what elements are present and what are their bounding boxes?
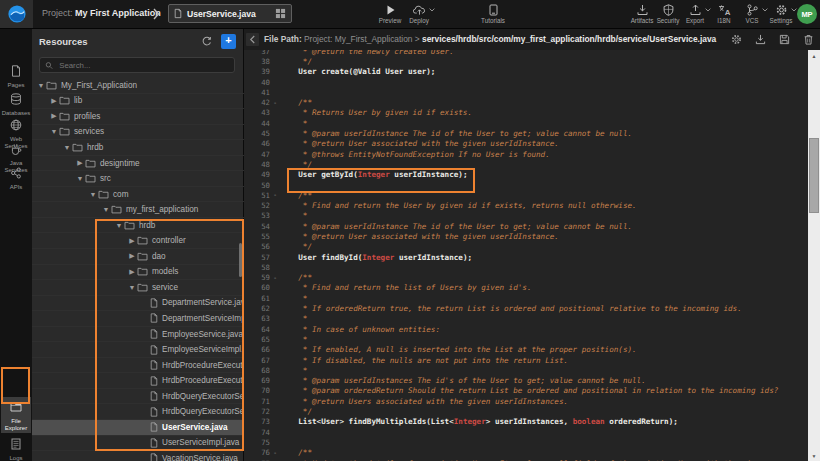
tree-item-my-first-application[interactable]: ▼My_First_Application [32,78,244,94]
code-line-41[interactable]: 41 [244,87,808,97]
code-line-49[interactable]: 49 User getById(Integer userIdInstance); [244,170,808,180]
topbar-action-deploy[interactable]: Deploy [402,3,436,24]
code-line-38[interactable]: 38 */ [244,56,808,66]
chevron-collapsed-icon[interactable]: ▶ [49,97,59,105]
scroll-down-arrow-icon[interactable]: ▼ [808,450,820,461]
tree-item-hrdbprocedureexecutorse[interactable]: HrdbProcedureExecutorSe [32,373,244,389]
topbar-action-tutorials[interactable]: Tutorials [476,3,510,24]
topbar-action-settings[interactable]: Settings [764,3,798,24]
app-logo[interactable] [0,0,33,28]
code-line-45[interactable]: 45 * @param userIdInstance The id of the… [244,128,808,138]
tree-item-userservice-java[interactable]: UserService.java [32,420,244,436]
code-line-47[interactable]: 47 * @throws EntityNotFoundException If … [244,149,808,159]
tree-item-departmentservice-java[interactable]: DepartmentService.java [32,296,244,312]
code-line-53[interactable]: 53 * [244,211,808,221]
tree-item-hrdbqueryexecutorservice[interactable]: HrdbQueryExecutorService [32,404,244,420]
sidebar-item-apis[interactable]: APIs [1,163,31,193]
code-line-48[interactable]: 48 */ [244,159,808,169]
scroll-up-arrow-icon[interactable]: ▲ [808,50,820,61]
code-line-76[interactable]: 76- /** [244,448,808,458]
chevron-expanded-icon[interactable]: ▼ [101,206,111,213]
tree-item-hrdbqueryexecutorservice[interactable]: HrdbQueryExecutorService [32,389,244,405]
chevron-collapsed-icon[interactable]: ▶ [49,112,59,120]
editor-scrollbar-thumb[interactable] [809,138,819,213]
code-line-68[interactable]: 68 * [244,365,808,375]
search-box[interactable] [39,57,235,73]
tree-item-com[interactable]: ▼com [32,187,244,203]
sidebar-item-logs[interactable]: Logs [1,434,31,461]
code-line-67[interactable]: 67 * If disabled, the nulls are not put … [244,355,808,365]
code-line-58[interactable]: 58 [244,262,808,272]
chevron-collapsed-icon[interactable]: ▶ [127,252,137,260]
code-line-39[interactable]: 39 User create(@Valid User user); [244,67,808,77]
code-line-60[interactable]: 60 * Find and return the list of Users b… [244,283,808,293]
tree-item-dao[interactable]: ▶dao [32,249,244,265]
download-tray-icon[interactable] [755,34,766,45]
resources-scrollbar[interactable] [239,78,242,461]
grid-icon[interactable] [275,8,286,19]
resources-scrollbar-thumb[interactable] [239,243,242,277]
code-line-40[interactable]: 40 [244,77,808,87]
refresh-icon[interactable] [201,36,212,47]
search-input[interactable] [57,60,229,71]
tree-item-models[interactable]: ▶models [32,265,244,281]
sidebar-item-pages[interactable]: Pages [1,61,31,91]
tree-item-controller[interactable]: ▶controller [32,233,244,249]
code-line-69[interactable]: 69 * @param userIdInstances The id's of … [244,376,808,386]
tree-item-hrdb[interactable]: ▼hrdb [32,140,244,156]
sidebar-item-file-explorer[interactable]: File Explorer [1,397,31,433]
code-line-44[interactable]: 44 * [244,118,808,128]
code-line-73[interactable]: 73 List<User> findByMultipleIds(List<Int… [244,417,808,427]
tab-userservice[interactable]: UserService.java [168,4,292,23]
fold-marker-icon[interactable]: - [270,191,280,199]
chevron-expanded-icon[interactable]: ▼ [49,128,59,135]
editor-scrollbar[interactable]: ▲ ▼ [808,50,820,461]
code-line-74[interactable]: 74 [244,427,808,437]
tree-item-services[interactable]: ▼services [32,125,244,141]
code-line-50[interactable]: 50 [244,180,808,190]
chevron-collapsed-icon[interactable]: ▶ [127,268,137,276]
collapse-panel-button[interactable] [246,33,259,46]
code-line-54[interactable]: 54 * @param userIdInstance The id of the… [244,221,808,231]
code-line-72[interactable]: 72 */ [244,406,808,416]
code-editor[interactable]: 37 * @return the newly created User.38 *… [244,50,808,461]
chevron-expanded-icon[interactable]: ▼ [75,175,85,182]
tree-item-src[interactable]: ▼src [32,171,244,187]
save-icon[interactable] [779,34,790,45]
tree-item-service[interactable]: ▼service [32,280,244,296]
code-line-75[interactable]: 75 [244,437,808,447]
chevron-right-icon[interactable] [152,8,160,20]
chevron-collapsed-icon[interactable]: ▶ [127,237,137,245]
chevron-expanded-icon[interactable]: ▼ [36,82,46,89]
code-line-52[interactable]: 52 * Find and return the User by given i… [244,200,808,210]
tree-item-my-first-application[interactable]: ▼my_first_application [32,202,244,218]
tree-item-hrdb[interactable]: ▼hrdb [32,218,244,234]
code-line-57[interactable]: 57 User findById(Integer userIdInstance)… [244,252,808,262]
fold-marker-icon[interactable]: - [270,274,280,282]
code-line-51[interactable]: 51- /** [244,190,808,200]
avatar[interactable]: MP [797,4,817,24]
tree-item-designtime[interactable]: ▶designtime [32,156,244,172]
chevron-expanded-icon[interactable]: ▼ [62,144,72,151]
code-line-42[interactable]: 42- /** [244,97,808,107]
code-line-71[interactable]: 71 * @return Users associated with the g… [244,396,808,406]
chevron-expanded-icon[interactable]: ▼ [114,222,124,229]
code-line-55[interactable]: 55 * @return User associated with the gi… [244,231,808,241]
tree-item-lib[interactable]: ▶lib [32,94,244,110]
code-line-62[interactable]: 62 * If orderedReturn true, the return L… [244,303,808,313]
tree-item-profiles[interactable]: ▶profiles [32,109,244,125]
add-resource-button[interactable]: + [221,34,236,49]
code-line-59[interactable]: 59- /** [244,273,808,283]
tree-item-departmentserviceimpl-java[interactable]: DepartmentServiceImpl.java [32,311,244,327]
tree-item-vacationservice-java[interactable]: VacationService.java [32,451,244,461]
code-line-66[interactable]: 66 * If enabled, A null is inserted into… [244,345,808,355]
code-line-56[interactable]: 56 */ [244,242,808,252]
code-line-65[interactable]: 65 * [244,334,808,344]
code-line-43[interactable]: 43 * Returns User by given id if exists. [244,108,808,118]
code-line-61[interactable]: 61 * [244,293,808,303]
trash-icon[interactable] [803,34,814,45]
tree-item-userserviceimpl-java[interactable]: UserServiceImpl.java [32,436,244,452]
fold-marker-icon[interactable]: - [270,99,280,107]
tree-item-employeeserviceimpl-java[interactable]: EmployeeServiceImpl.java [32,342,244,358]
code-line-63[interactable]: 63 * [244,314,808,324]
